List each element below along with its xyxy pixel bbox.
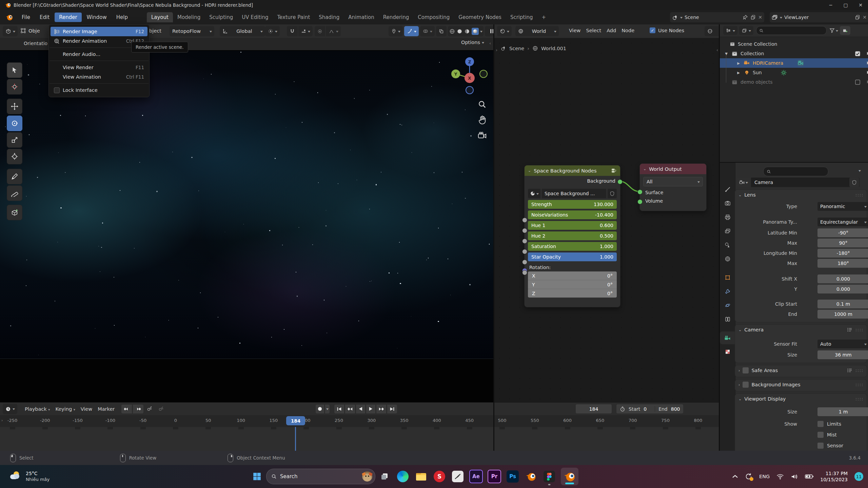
slider-hue-2[interactable]: Hue 20.500 [528,231,617,240]
workspace-tab-scripting[interactable]: Scripting [506,12,537,22]
input-socket-saturation[interactable] [522,260,527,265]
properties-tab-tool[interactable] [720,183,735,196]
outliner-row-demo-objects[interactable]: demo objects [720,77,868,87]
clip-start-field[interactable]: 0.1 m [817,300,868,308]
scene-selector[interactable]: ▾ Scene ✕ [670,12,764,22]
cursor-tool[interactable] [7,79,22,95]
background-images-header[interactable]: › Background Images [735,380,867,390]
add-cube-tool[interactable] [7,205,22,220]
panorama-type-dropdown[interactable]: Equirectangular▾ [817,218,868,226]
blender-menu-icon[interactable] [5,13,14,21]
display-size-field[interactable]: 1 m [817,407,868,416]
node-editor-type-button[interactable]: ▾ [497,26,512,36]
properties-filter-dropdown[interactable]: ▾ [859,169,861,172]
workspace-tab-rendering[interactable]: Rendering [379,12,414,22]
record-options-dropdown[interactable]: ▾ [325,405,330,413]
clock-widget[interactable]: 11:37 PM 10/15/2023 [820,470,848,483]
pivot-point-dropdown[interactable]: ▾ [265,26,280,36]
language-indicator[interactable]: ENG [759,474,770,479]
menu-item-lock-interface[interactable]: Lock Interface [51,85,147,95]
outliner-row-hdricamera[interactable]: ▶ HDRICamera [720,58,868,68]
workspace-tab-uv-editing[interactable]: UV Editing [237,12,273,22]
input-socket-hue-1[interactable] [522,239,527,244]
insert-keyframe-button[interactable] [144,405,155,413]
disclosure-down-icon[interactable]: ▼ [723,50,730,57]
mode-dropdown[interactable]: Obje [20,28,40,34]
camera-view-icon[interactable] [477,131,487,140]
viewport-display-header[interactable]: ⌄Viewport Display [735,394,867,404]
prev-keyframe-button[interactable] [345,405,355,413]
solid-shading-button[interactable] [457,28,462,34]
timeline-menu-view[interactable]: View [78,405,95,413]
move-tool[interactable] [7,99,22,114]
clip-end-field[interactable]: 1000 m [817,310,868,319]
timeline-menu-playback[interactable]: Playback ▾ [22,405,53,413]
properties-search-input[interactable] [763,167,828,176]
delete-keyframe-button[interactable] [156,405,166,413]
properties-tab-object[interactable] [720,271,735,284]
proportional-edit-toggle[interactable] [315,26,325,36]
battery-icon[interactable] [805,474,813,479]
play-reverse-button[interactable] [356,405,365,413]
select-box-tool[interactable] [7,62,22,78]
tray-chevron-icon[interactable] [732,474,738,479]
node-menu-node[interactable]: Node [619,26,637,35]
group-name-field[interactable]: Space Background ... [542,189,606,198]
panel-grip[interactable] [855,328,863,331]
lens-type-dropdown[interactable]: Panoramic▾ [817,202,868,211]
outliner-row-sun[interactable]: ▶ Sun [720,68,868,77]
start-value[interactable]: 0 [644,406,647,412]
zoom-icon[interactable] [477,100,487,109]
slider-hue-1[interactable]: Hue 10.600 [528,221,617,230]
show-limits-checkbox[interactable] [817,421,824,427]
id-name-field[interactable]: Camera [751,178,860,187]
background-output-socket[interactable] [617,179,623,184]
new-collection-button[interactable] [840,26,850,35]
start-button[interactable] [250,470,264,483]
fake-user-shield-icon[interactable] [849,178,859,187]
outliner-display-mode-dropdown[interactable]: ▾ [723,26,737,35]
jump-next-keyframe-button[interactable] [133,405,143,413]
timeline-menu-marker[interactable]: Marker [95,405,117,413]
viewport-3d[interactable]: Z Y X [0,50,493,402]
region-collapse-chevron[interactable]: ‹ [489,41,491,46]
blender-app-icon[interactable] [524,470,538,483]
menu-item-view-animation[interactable]: View AnimationCtrl F11 [51,72,147,82]
object-menu-fragment[interactable]: bject [149,28,161,34]
options-dropdown[interactable]: Options▾ [461,40,484,45]
workspace-tab-modeling[interactable]: Modeling [173,12,205,22]
input-socket-noisevariations[interactable] [522,228,527,233]
select-arrow-icon[interactable] [865,50,868,57]
properties-tab-constraints[interactable] [720,313,735,326]
fake-user-shield-icon[interactable] [608,189,617,198]
after-effects-icon[interactable]: Ae [469,470,483,483]
menu-item-view-render[interactable]: View RenderF11 [51,63,147,72]
volume-input-socket[interactable] [637,199,643,204]
slider-noisevariations[interactable]: NoiseVariations-10.400 [528,210,617,219]
current-frame-field[interactable]: 184 [576,404,612,413]
play-button[interactable] [366,405,375,413]
show-mist-checkbox[interactable] [817,432,824,438]
close-button[interactable]: ✕ [853,0,868,10]
remove-viewlayer-icon[interactable]: ✕ [863,15,867,20]
world-output-node[interactable]: ⌄ World Output All▾ Surface Volume [639,163,707,211]
properties-tab-view-layer[interactable] [720,225,735,238]
material-shading-button[interactable] [464,28,470,34]
target-dropdown[interactable]: All▾ [643,177,703,186]
group-node[interactable]: ⌄ Space Background Nodes Background ▾ Sp… [524,165,620,307]
menu-edit[interactable]: Edit [35,13,54,22]
timeline-menu-keying[interactable]: Keying ▾ [53,405,78,413]
scale-tool[interactable] [7,132,22,148]
properties-tab-world[interactable] [720,252,735,265]
node-menu-add[interactable]: Add [604,26,619,35]
background-images-checkbox[interactable] [743,382,749,388]
playhead-line[interactable] [295,427,296,451]
use-nodes-checkbox[interactable]: ✓ Use Nodes [650,27,684,33]
shift-y-field[interactable]: 0.000 [817,285,868,293]
next-keyframe-button[interactable] [376,405,386,413]
rotation-y-field[interactable]: Y0° [528,280,617,289]
properties-tab-scene[interactable] [720,239,735,251]
notification-badge[interactable]: 11 [854,472,863,481]
node-menu-view[interactable]: View [566,26,583,35]
timeline-ruler[interactable]: › 184 -250-200-150-100-50050100150200250… [0,415,720,427]
